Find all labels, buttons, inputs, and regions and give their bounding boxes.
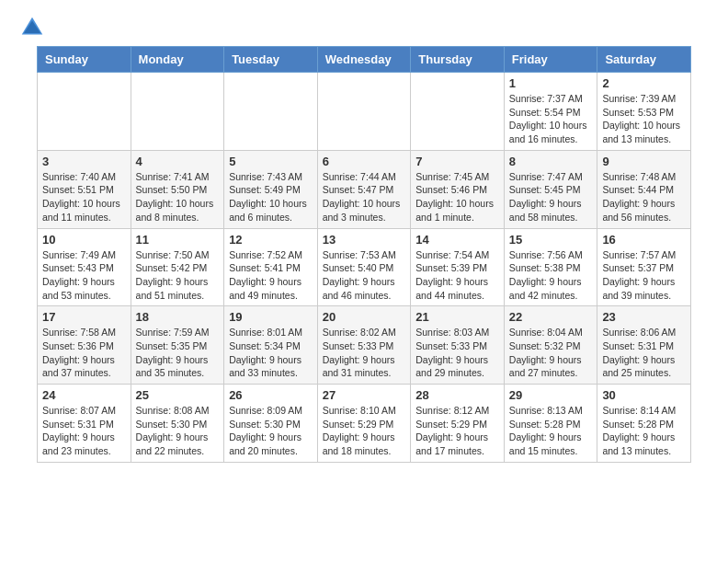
calendar-cell: 18Sunrise: 7:59 AM Sunset: 5:35 PM Dayli… [131,306,224,385]
calendar-cell: 7Sunrise: 7:45 AM Sunset: 5:46 PM Daylig… [411,150,505,228]
day-number: 1 [509,76,593,90]
calendar-cell: 3Sunrise: 7:40 AM Sunset: 5:51 PM Daylig… [38,150,131,228]
calendar-cell: 20Sunrise: 8:02 AM Sunset: 5:33 PM Dayli… [317,306,411,385]
day-number: 12 [229,233,313,247]
day-number: 29 [509,388,593,402]
calendar-wrapper: SundayMondayTuesdayWednesdayThursdayFrid… [0,46,728,481]
day-info: Sunrise: 8:13 AM Sunset: 5:28 PM Dayligh… [509,404,593,458]
calendar-week-3: 17Sunrise: 7:58 AM Sunset: 5:36 PM Dayli… [38,306,691,385]
calendar-cell: 24Sunrise: 8:07 AM Sunset: 5:31 PM Dayli… [38,385,131,463]
day-number: 7 [415,155,499,168]
calendar-cell: 17Sunrise: 7:58 AM Sunset: 5:36 PM Dayli… [38,306,131,385]
calendar-cell: 12Sunrise: 7:52 AM Sunset: 5:41 PM Dayli… [224,228,318,306]
column-header-saturday: Saturday [597,47,691,73]
logo-icon [18,14,46,41]
calendar-header-row: SundayMondayTuesdayWednesdayThursdayFrid… [38,47,691,73]
column-header-tuesday: Tuesday [224,47,318,73]
day-number: 8 [509,155,593,168]
day-info: Sunrise: 8:02 AM Sunset: 5:33 PM Dayligh… [323,326,406,380]
day-info: Sunrise: 8:03 AM Sunset: 5:33 PM Dayligh… [415,326,499,380]
calendar-week-1: 3Sunrise: 7:40 AM Sunset: 5:51 PM Daylig… [38,150,691,228]
day-number: 17 [42,310,126,324]
day-info: Sunrise: 7:39 AM Sunset: 5:53 PM Dayligh… [602,92,686,146]
day-info: Sunrise: 8:07 AM Sunset: 5:31 PM Dayligh… [42,404,126,458]
day-number: 30 [602,388,686,402]
day-number: 21 [415,310,499,324]
day-info: Sunrise: 7:44 AM Sunset: 5:47 PM Dayligh… [323,170,406,224]
day-number: 23 [602,310,686,324]
calendar-cell: 1Sunrise: 7:37 AM Sunset: 5:54 PM Daylig… [504,73,597,151]
day-number: 15 [509,233,593,247]
column-header-thursday: Thursday [411,47,505,73]
calendar-cell: 22Sunrise: 8:04 AM Sunset: 5:32 PM Dayli… [504,306,597,385]
calendar-cell: 26Sunrise: 8:09 AM Sunset: 5:30 PM Dayli… [224,385,318,463]
calendar-cell: 11Sunrise: 7:50 AM Sunset: 5:42 PM Dayli… [131,228,224,306]
day-number: 4 [136,155,220,168]
day-number: 28 [415,388,499,402]
day-number: 14 [415,233,499,247]
column-header-sunday: Sunday [38,47,131,73]
day-number: 9 [602,155,686,168]
calendar-cell: 15Sunrise: 7:56 AM Sunset: 5:38 PM Dayli… [504,228,597,306]
day-info: Sunrise: 8:10 AM Sunset: 5:29 PM Dayligh… [323,404,406,458]
day-number: 24 [42,388,126,402]
day-info: Sunrise: 7:54 AM Sunset: 5:39 PM Dayligh… [415,248,499,303]
calendar-cell: 19Sunrise: 8:01 AM Sunset: 5:34 PM Dayli… [224,306,318,385]
day-number: 20 [323,310,406,324]
calendar-week-0: 1Sunrise: 7:37 AM Sunset: 5:54 PM Daylig… [38,73,691,151]
day-info: Sunrise: 7:58 AM Sunset: 5:36 PM Dayligh… [42,326,126,380]
day-info: Sunrise: 8:08 AM Sunset: 5:30 PM Dayligh… [136,404,220,458]
day-number: 22 [509,310,593,324]
calendar-cell [131,73,224,151]
calendar-cell: 6Sunrise: 7:44 AM Sunset: 5:47 PM Daylig… [317,150,411,228]
page-header [0,0,728,46]
day-info: Sunrise: 7:47 AM Sunset: 5:45 PM Dayligh… [509,170,593,224]
day-info: Sunrise: 7:41 AM Sunset: 5:50 PM Dayligh… [136,170,220,224]
calendar-cell: 10Sunrise: 7:49 AM Sunset: 5:43 PM Dayli… [38,228,131,306]
day-info: Sunrise: 7:40 AM Sunset: 5:51 PM Dayligh… [42,170,126,224]
day-info: Sunrise: 7:56 AM Sunset: 5:38 PM Dayligh… [509,248,593,303]
day-number: 26 [229,388,313,402]
day-info: Sunrise: 7:59 AM Sunset: 5:35 PM Dayligh… [136,326,220,380]
calendar-cell [317,73,411,151]
day-number: 19 [229,310,313,324]
calendar-week-4: 24Sunrise: 8:07 AM Sunset: 5:31 PM Dayli… [38,385,691,463]
day-info: Sunrise: 7:57 AM Sunset: 5:37 PM Dayligh… [602,248,686,303]
day-info: Sunrise: 7:50 AM Sunset: 5:42 PM Dayligh… [136,248,220,303]
column-header-wednesday: Wednesday [317,47,411,73]
day-number: 5 [229,155,313,168]
day-number: 11 [136,233,220,247]
logo [18,14,50,41]
day-number: 25 [136,388,220,402]
day-info: Sunrise: 7:48 AM Sunset: 5:44 PM Dayligh… [602,170,686,224]
calendar-table: SundayMondayTuesdayWednesdayThursdayFrid… [37,46,691,463]
calendar-cell [224,73,318,151]
calendar-cell [411,73,505,151]
day-info: Sunrise: 8:12 AM Sunset: 5:29 PM Dayligh… [415,404,499,458]
calendar-cell: 4Sunrise: 7:41 AM Sunset: 5:50 PM Daylig… [131,150,224,228]
day-number: 13 [323,233,406,247]
day-info: Sunrise: 8:06 AM Sunset: 5:31 PM Dayligh… [602,326,686,380]
calendar-cell: 25Sunrise: 8:08 AM Sunset: 5:30 PM Dayli… [131,385,224,463]
calendar-cell: 14Sunrise: 7:54 AM Sunset: 5:39 PM Dayli… [411,228,505,306]
day-number: 3 [42,155,126,168]
day-info: Sunrise: 8:04 AM Sunset: 5:32 PM Dayligh… [509,326,593,380]
day-info: Sunrise: 7:37 AM Sunset: 5:54 PM Dayligh… [509,92,593,146]
day-info: Sunrise: 8:01 AM Sunset: 5:34 PM Dayligh… [229,326,313,380]
day-info: Sunrise: 8:14 AM Sunset: 5:28 PM Dayligh… [602,404,686,458]
calendar-cell: 2Sunrise: 7:39 AM Sunset: 5:53 PM Daylig… [597,73,691,151]
day-number: 6 [323,155,406,168]
calendar-cell: 16Sunrise: 7:57 AM Sunset: 5:37 PM Dayli… [597,228,691,306]
calendar-cell: 28Sunrise: 8:12 AM Sunset: 5:29 PM Dayli… [411,385,505,463]
calendar-cell: 23Sunrise: 8:06 AM Sunset: 5:31 PM Dayli… [597,306,691,385]
day-info: Sunrise: 7:53 AM Sunset: 5:40 PM Dayligh… [323,248,406,303]
calendar-cell [38,73,131,151]
day-info: Sunrise: 7:43 AM Sunset: 5:49 PM Dayligh… [229,170,313,224]
day-number: 27 [323,388,406,402]
day-number: 18 [136,310,220,324]
day-info: Sunrise: 7:45 AM Sunset: 5:46 PM Dayligh… [415,170,499,224]
day-number: 16 [602,233,686,247]
calendar-cell: 9Sunrise: 7:48 AM Sunset: 5:44 PM Daylig… [597,150,691,228]
day-info: Sunrise: 8:09 AM Sunset: 5:30 PM Dayligh… [229,404,313,458]
column-header-monday: Monday [131,47,224,73]
